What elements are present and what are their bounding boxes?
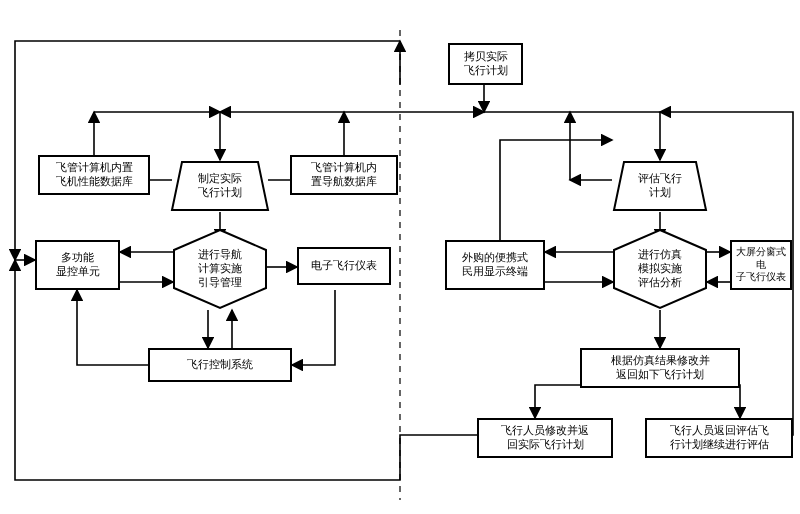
node-sim-analyze: 进行仿真模拟实施评估分析 bbox=[612, 228, 708, 310]
node-crew-modify: 飞行人员修改并返回实际飞行计划 bbox=[477, 418, 613, 458]
label: 大屏分窗式电子飞行仪表 bbox=[736, 246, 786, 284]
node-sim-modify: 根据仿真结果修改并返回如下飞行计划 bbox=[580, 348, 740, 388]
label: 飞行人员返回评估飞行计划继续进行评估 bbox=[670, 424, 769, 452]
label: 飞行人员修改并返回实际飞行计划 bbox=[501, 424, 589, 452]
node-nav-mgmt: 进行导航计算实施引导管理 bbox=[172, 228, 268, 310]
label: 进行导航计算实施引导管理 bbox=[172, 248, 268, 289]
label: 评估飞行计划 bbox=[612, 172, 708, 200]
label: 飞管计算机内置飞机性能数据库 bbox=[56, 161, 133, 189]
node-make-plan: 制定实际飞行计划 bbox=[170, 160, 270, 212]
label: 飞行控制系统 bbox=[187, 358, 253, 372]
node-efi: 电子飞行仪表 bbox=[297, 247, 391, 285]
label: 电子飞行仪表 bbox=[311, 259, 377, 273]
label: 制定实际飞行计划 bbox=[170, 172, 270, 200]
label: 拷贝实际飞行计划 bbox=[464, 50, 508, 78]
node-portable: 外购的便携式民用显示终端 bbox=[445, 240, 545, 290]
node-fcs: 飞行控制系统 bbox=[148, 348, 292, 382]
label: 根据仿真结果修改并返回如下飞行计划 bbox=[611, 354, 710, 382]
label: 外购的便携式民用显示终端 bbox=[462, 251, 528, 279]
node-crew-return: 飞行人员返回评估飞行计划继续进行评估 bbox=[645, 418, 793, 458]
node-eval-plan: 评估飞行计划 bbox=[612, 160, 708, 212]
label: 进行仿真模拟实施评估分析 bbox=[612, 248, 708, 289]
label: 飞管计算机内置导航数据库 bbox=[311, 161, 377, 189]
node-perf-db: 飞管计算机内置飞机性能数据库 bbox=[38, 155, 150, 195]
node-split-efi: 大屏分窗式电子飞行仪表 bbox=[730, 240, 792, 290]
node-mfd: 多功能显控单元 bbox=[35, 240, 120, 290]
label: 多功能显控单元 bbox=[56, 251, 100, 279]
node-copy-plan: 拷贝实际飞行计划 bbox=[448, 43, 523, 85]
node-nav-db: 飞管计算机内置导航数据库 bbox=[290, 155, 398, 195]
